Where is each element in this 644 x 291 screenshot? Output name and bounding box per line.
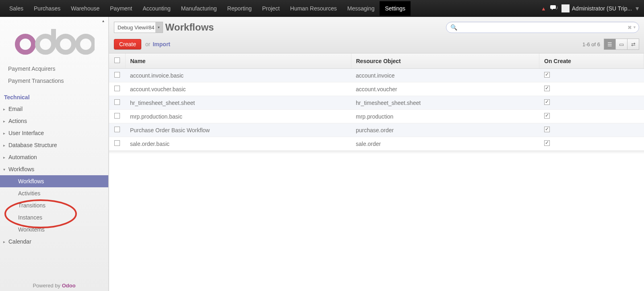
- table-row[interactable]: account.voucher.basicaccount.voucher: [109, 82, 644, 96]
- cell-resource: mrp.production: [351, 110, 539, 123]
- topnav-messaging[interactable]: Messaging: [342, 1, 380, 16]
- cell-resource: sale.order: [351, 137, 539, 151]
- sidebar-item-payment-transactions[interactable]: Payment Transactions: [0, 75, 108, 87]
- sidebar-sub-activities[interactable]: Activities: [0, 187, 108, 199]
- topnav-settings[interactable]: Settings: [380, 1, 411, 16]
- table-row[interactable]: hr_timesheet_sheet.sheethr_timesheet_she…: [109, 96, 644, 110]
- topnav-payment[interactable]: Payment: [105, 1, 137, 16]
- sidebar-group-actions[interactable]: Actions: [0, 115, 108, 127]
- chevron-down-icon: ▾: [155, 22, 163, 33]
- powered-by: Powered by Odoo: [0, 283, 108, 289]
- page-title: Workflows: [165, 22, 214, 33]
- topnav-reporting[interactable]: Reporting: [222, 1, 257, 16]
- row-checkbox[interactable]: [109, 96, 125, 110]
- topnav-warehouse[interactable]: Warehouse: [66, 1, 105, 16]
- debug-view-select[interactable]: Debug View#84 ▾: [114, 22, 163, 33]
- cell-oncreate: [539, 110, 644, 123]
- table-row[interactable]: sale.order.basicsale.order: [109, 137, 644, 151]
- workflows-table: Name Resource Object On Create account.i…: [109, 53, 644, 151]
- col-oncreate[interactable]: On Create: [539, 53, 644, 69]
- col-select-all[interactable]: [109, 53, 125, 69]
- cell-oncreate: [539, 69, 644, 82]
- row-checkbox[interactable]: [109, 123, 125, 137]
- sidebar-group-database-structure[interactable]: Database Structure: [0, 139, 108, 151]
- warning-icon[interactable]: ▲: [541, 6, 546, 12]
- topnav-purchases[interactable]: Purchases: [29, 1, 66, 16]
- sidebar-sub-instances[interactable]: Instances: [0, 211, 108, 223]
- cell-oncreate: [539, 82, 644, 96]
- cell-oncreate: [539, 123, 644, 137]
- create-button[interactable]: Create: [114, 39, 141, 49]
- sidebar-group-workflows[interactable]: Workflows: [0, 163, 108, 175]
- sidebar-group-email[interactable]: Email: [0, 103, 108, 115]
- cell-resource: account.voucher: [351, 82, 539, 96]
- table-wrap: Name Resource Object On Create account.i…: [109, 53, 644, 291]
- cell-resource: purchase.order: [351, 123, 539, 137]
- cell-name: account.invoice.basic: [125, 69, 351, 82]
- sidebar-item-payment-acquirers[interactable]: Payment Acquirers: [0, 63, 108, 75]
- table-row[interactable]: mrp.production.basicmrp.production: [109, 110, 644, 123]
- cell-name: account.voucher.basic: [125, 82, 351, 96]
- search-input[interactable]: [459, 25, 627, 31]
- sidebar-group-automation[interactable]: Automation: [0, 151, 108, 163]
- view-list-button[interactable]: ☰: [604, 39, 616, 50]
- svg-point-0: [17, 36, 33, 52]
- view-diagram-button[interactable]: ⇄: [627, 39, 639, 50]
- caret-down-icon: ▼: [634, 5, 640, 12]
- row-checkbox[interactable]: [109, 110, 125, 123]
- view-form-button[interactable]: ▭: [615, 39, 627, 50]
- row-checkbox[interactable]: [109, 82, 125, 96]
- sidebar-group-user-interface[interactable]: User Interface: [0, 127, 108, 139]
- topnav-accounting[interactable]: Accounting: [138, 1, 176, 16]
- import-link[interactable]: Import: [153, 41, 170, 47]
- cell-oncreate: [539, 96, 644, 110]
- row-checkbox[interactable]: [109, 69, 125, 82]
- topnav-project[interactable]: Project: [257, 1, 285, 16]
- chat-icon[interactable]: [550, 5, 557, 12]
- row-checkbox[interactable]: [109, 137, 125, 151]
- table-row[interactable]: Purchase Order Basic Workflowpurchase.or…: [109, 123, 644, 137]
- cell-resource: account.invoice: [351, 69, 539, 82]
- cell-name: hr_timesheet_sheet.sheet: [125, 96, 351, 110]
- scroll-up-icon[interactable]: ▴: [100, 18, 106, 23]
- svg-point-3: [78, 36, 94, 52]
- logo: [0, 17, 108, 63]
- cell-name: mrp.production.basic: [125, 110, 351, 123]
- cell-oncreate: [539, 137, 644, 151]
- view-switcher: ☰ ▭ ⇄: [604, 39, 639, 50]
- sidebar: ▴ Payment AcquirersPayment Transactions …: [0, 17, 109, 291]
- sidebar-group-calendar[interactable]: Calendar: [0, 236, 108, 248]
- search-icon: 🔍: [450, 24, 457, 31]
- search-box[interactable]: 🔍 ✖ ▼: [446, 22, 639, 33]
- sidebar-sub-workflows[interactable]: Workflows: [0, 175, 108, 187]
- cell-name: Purchase Order Basic Workflow: [125, 123, 351, 137]
- topnav-manufacturing[interactable]: Manufacturing: [176, 1, 222, 16]
- svg-point-2: [58, 36, 74, 52]
- pager-text: 1-6 of 6: [582, 41, 600, 47]
- search-clear[interactable]: ✖ ▼: [627, 25, 636, 31]
- topnav-human-resources[interactable]: Human Resources: [285, 1, 342, 16]
- col-name[interactable]: Name: [125, 53, 351, 69]
- cell-resource: hr_timesheet_sheet.sheet: [351, 96, 539, 110]
- user-menu[interactable]: Administrator (SU Trip... ▼: [561, 4, 640, 12]
- sidebar-heading-technical: Technical: [0, 91, 108, 103]
- avatar-icon: [561, 4, 570, 12]
- sidebar-sub-transitions[interactable]: Transitions: [0, 199, 108, 211]
- content-header: Debug View#84 ▾ Workflows 🔍 ✖ ▼ Create o…: [109, 17, 644, 53]
- top-menu: SalesPurchasesWarehousePaymentAccounting…: [4, 1, 411, 16]
- table-row[interactable]: account.invoice.basicaccount.invoice: [109, 69, 644, 82]
- col-resource[interactable]: Resource Object: [351, 53, 539, 69]
- topnav-sales[interactable]: Sales: [4, 1, 29, 16]
- or-label: or: [145, 41, 150, 47]
- cell-name: sale.order.basic: [125, 137, 351, 151]
- brand-link[interactable]: Odoo: [62, 283, 76, 289]
- content: Debug View#84 ▾ Workflows 🔍 ✖ ▼ Create o…: [109, 17, 644, 291]
- user-label: Administrator (SU Trip...: [572, 5, 632, 12]
- topbar: SalesPurchasesWarehousePaymentAccounting…: [0, 0, 644, 17]
- sidebar-sub-workitems[interactable]: Workitems: [0, 223, 108, 236]
